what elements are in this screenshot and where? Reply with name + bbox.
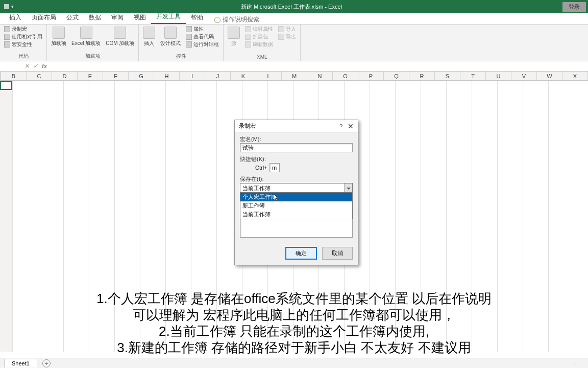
record-macro-icon	[4, 26, 10, 32]
column-header[interactable]: Q	[384, 72, 409, 80]
column-header[interactable]: G	[129, 72, 154, 80]
ribbon-group-addins: 加载项 Excel 加载项 COM 加载项 加载项	[47, 25, 139, 61]
column-header[interactable]: V	[511, 72, 537, 80]
export-icon	[278, 34, 284, 40]
group-label-xml: XML	[227, 53, 297, 60]
column-header[interactable]: B	[1, 72, 27, 80]
insert-control-button[interactable]: 插入	[142, 26, 156, 48]
column-header[interactable]: U	[486, 72, 511, 80]
use-relative-button[interactable]: 使用相对引用	[3, 33, 43, 40]
fx-icon[interactable]: fx	[42, 63, 47, 70]
column-header[interactable]: P	[358, 72, 384, 80]
excel-addins-button[interactable]: Excel 加载项	[70, 26, 102, 48]
cancel-button[interactable]: 取消	[322, 247, 353, 260]
tab-view[interactable]: 视图	[129, 11, 151, 24]
refresh-data-button: 刷新数据	[244, 41, 274, 48]
formula-bar: ✕ ✓ fx	[0, 61, 588, 72]
tab-help[interactable]: 帮助	[186, 11, 208, 24]
tab-review[interactable]: 审阅	[106, 11, 129, 24]
macro-name-label: 宏名(M):	[240, 135, 353, 143]
import-button: 导入	[277, 26, 297, 33]
excel-addins-icon	[80, 27, 92, 39]
macro-name-input[interactable]	[240, 143, 353, 152]
view-code-icon	[186, 34, 192, 40]
store-in-dropdown: 个人宏工作簿 新工作簿 当前工作簿	[240, 192, 353, 219]
login-button[interactable]: 登录	[562, 2, 586, 12]
status-separator: ⋮	[572, 360, 578, 366]
column-header[interactable]: W	[537, 72, 562, 80]
shortcut-label: 快捷键(K):	[240, 155, 353, 163]
source-icon	[228, 27, 240, 39]
column-header[interactable]: H	[154, 72, 180, 80]
column-header[interactable]: O	[333, 72, 358, 80]
map-properties-button: 映射属性	[244, 26, 274, 33]
column-header[interactable]: S	[435, 72, 460, 80]
option-this-workbook[interactable]: 当前工作簿	[240, 210, 352, 219]
addins-button[interactable]: 加载项	[50, 26, 67, 48]
quick-access-toolbar: ▾	[0, 4, 20, 9]
tab-developer[interactable]: 开发工具	[151, 10, 186, 24]
view-code-button[interactable]: 查看代码	[185, 33, 220, 40]
dialog-titlebar[interactable]: 录制宏 ? ✕	[235, 120, 358, 132]
column-header[interactable]: X	[562, 72, 588, 80]
column-header[interactable]: D	[52, 72, 78, 80]
ribbon-group-code: 录制宏 使用相对引用 宏安全性 代码	[0, 25, 47, 61]
option-new-workbook[interactable]: 新工作簿	[240, 201, 352, 210]
expand-pack-button[interactable]: 扩展包	[244, 33, 274, 40]
column-header[interactable]: T	[460, 72, 486, 80]
window-title: 新建 Microsoft Excel 工作表.xlsm - Excel	[20, 3, 562, 11]
record-macro-dialog: 录制宏 ? ✕ 宏名(M): 快捷键(K): Ctrl+ 保存在(I): 当前工…	[234, 120, 358, 265]
column-header[interactable]: M	[282, 72, 307, 80]
run-dialog-button[interactable]: 运行对话框	[185, 41, 220, 48]
column-header[interactable]: I	[180, 72, 205, 80]
expand-pack-icon	[245, 34, 251, 40]
ok-button[interactable]: 确定	[285, 247, 317, 260]
tell-me-search[interactable]: 操作说明搜索	[214, 15, 259, 24]
store-in-selected: 当前工作簿	[242, 185, 271, 191]
enter-formula-icon[interactable]: ✓	[33, 63, 38, 70]
store-in-combobox[interactable]: 当前工作簿 个人宏工作簿 新工作簿 当前工作簿	[240, 183, 353, 194]
qat-dropdown-icon[interactable]: ▾	[11, 4, 14, 9]
addins-icon	[53, 27, 65, 39]
sheet-tab-bar: Sheet1 + ⋮	[0, 358, 588, 368]
shortcut-key-input[interactable]	[270, 163, 280, 172]
column-header[interactable]: C	[27, 72, 52, 80]
com-addins-button[interactable]: COM 加载项	[105, 26, 135, 48]
record-macro-button[interactable]: 录制宏	[3, 26, 43, 33]
dialog-close-icon[interactable]: ✕	[348, 122, 354, 130]
map-props-icon	[245, 26, 251, 32]
annotation-line-3: 2.当前工作簿 只能在录制的这个工作簿内使用,	[0, 323, 588, 339]
properties-icon	[186, 26, 192, 32]
macro-security-button[interactable]: 宏安全性	[3, 41, 43, 48]
tab-data[interactable]: 数据	[84, 11, 106, 24]
annotation-line-2: 可以理解为 宏程序此电脑上的任何工作簿都可以使用，	[0, 307, 588, 323]
column-header[interactable]: L	[256, 72, 282, 80]
new-sheet-button[interactable]: +	[42, 359, 51, 367]
column-header[interactable]: R	[409, 72, 435, 80]
properties-button[interactable]: 属性	[185, 26, 220, 33]
column-headers: BCDEFGHIJKLMNOPQRSTUVWX	[0, 72, 588, 81]
annotation-line-4: 3.新建的工作簿 存储的路径对于新手小白 不太友好 不建议用	[0, 339, 588, 356]
option-personal-workbook[interactable]: 个人宏工作簿	[240, 193, 352, 201]
import-icon	[278, 26, 284, 32]
column-header[interactable]: E	[78, 72, 103, 80]
shortcut-prefix: Ctrl+	[255, 165, 267, 171]
tell-me-label: 操作说明搜索	[223, 15, 259, 24]
column-header[interactable]: K	[231, 72, 256, 80]
dialog-help-icon[interactable]: ?	[339, 123, 342, 129]
cancel-formula-icon[interactable]: ✕	[24, 63, 29, 70]
design-mode-button[interactable]: 设计模式	[159, 26, 182, 48]
column-header[interactable]: J	[205, 72, 231, 80]
source-button[interactable]: 源	[227, 26, 241, 48]
ribbon-group-controls: 插入 设计模式 属性 查看代码 运行对话框 控件	[139, 25, 224, 61]
relative-ref-icon	[4, 34, 10, 40]
macro-security-icon	[4, 41, 10, 48]
sheet-tab[interactable]: Sheet1	[4, 359, 37, 367]
tab-insert[interactable]: 插入	[4, 11, 27, 24]
save-icon[interactable]	[4, 4, 9, 9]
tab-page-layout[interactable]: 页面布局	[27, 11, 61, 24]
column-header[interactable]: N	[307, 72, 333, 80]
active-cell[interactable]	[0, 81, 12, 90]
column-header[interactable]: F	[103, 72, 129, 80]
tab-formulas[interactable]: 公式	[61, 11, 84, 24]
